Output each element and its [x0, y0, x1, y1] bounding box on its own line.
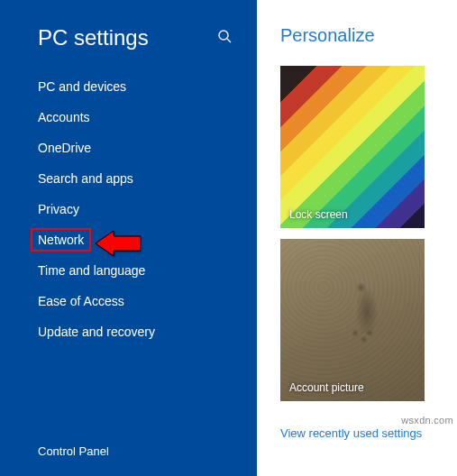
personalize-tiles: Lock screen Account picture: [280, 66, 439, 401]
lock-screen-tile[interactable]: Lock screen: [280, 66, 425, 228]
sidebar-item-accounts[interactable]: Accounts: [38, 110, 257, 124]
tile-label: Lock screen: [289, 208, 348, 221]
sidebar-item-pc-and-devices[interactable]: PC and devices: [38, 79, 257, 94]
sidebar-item-label: Privacy: [38, 202, 79, 216]
sidebar-item-network[interactable]: Network: [38, 233, 257, 247]
svg-line-1: [227, 39, 231, 42]
sidebar-item-search-and-apps[interactable]: Search and apps: [38, 171, 257, 186]
sidebar-item-label: PC and devices: [38, 79, 126, 94]
watermark-text: wsxdn.com: [401, 415, 453, 426]
sidebar-header: PC settings: [0, 16, 257, 72]
tile-label: Account picture: [289, 381, 364, 394]
content-title: Personalize: [280, 25, 439, 46]
sidebar-item-privacy[interactable]: Privacy: [38, 202, 257, 216]
sidebar-item-label: Accounts: [38, 110, 90, 124]
sidebar-item-label: OneDrive: [38, 141, 91, 155]
sidebar-item-label: Search and apps: [38, 171, 133, 186]
sidebar-item-ease-of-access[interactable]: Ease of Access: [38, 294, 257, 308]
sidebar-item-onedrive[interactable]: OneDrive: [38, 141, 257, 155]
control-panel-link[interactable]: Control Panel: [38, 444, 109, 458]
svg-point-0: [219, 31, 228, 40]
view-recently-used-settings-link[interactable]: View recently used settings: [280, 426, 439, 440]
content-area: Personalize Lock screen Account picture …: [257, 0, 457, 476]
sidebar-item-label: Network: [31, 228, 91, 252]
sidebar-item-label: Update and recovery: [38, 325, 155, 339]
page-title: PC settings: [38, 25, 149, 50]
sidebar-item-label: Time and language: [38, 263, 145, 278]
search-icon[interactable]: [217, 29, 232, 47]
account-picture-tile[interactable]: Account picture: [280, 239, 425, 401]
sidebar-item-time-and-language[interactable]: Time and language: [38, 263, 257, 278]
nav-list: PC and devices Accounts OneDrive Search …: [0, 79, 257, 339]
sidebar-item-update-and-recovery[interactable]: Update and recovery: [38, 325, 257, 339]
sidebar-item-label: Ease of Access: [38, 294, 124, 308]
sidebar: PC settings PC and devices Accounts OneD…: [0, 0, 257, 476]
